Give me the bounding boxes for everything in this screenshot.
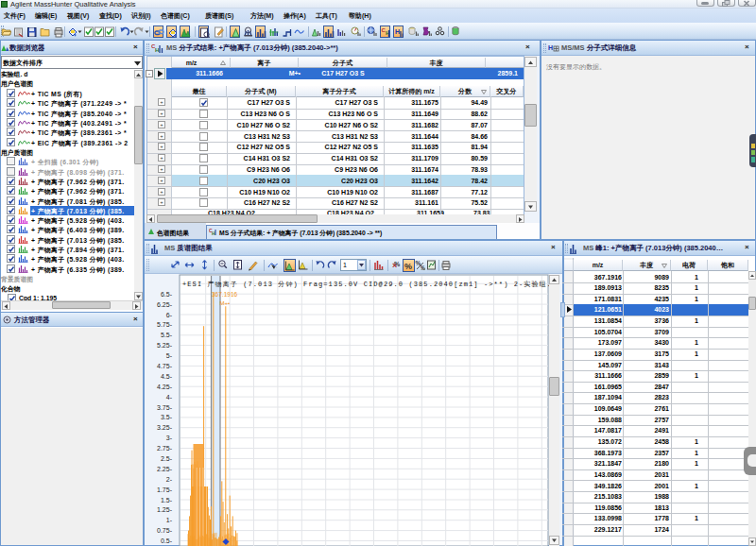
svg-text:‰: ‰: [421, 264, 425, 271]
svg-text:367.1916: 367.1916: [212, 291, 237, 298]
svg-text:H: H: [155, 47, 159, 53]
svg-text:%: %: [404, 262, 412, 271]
svg-text:M+•: M+•: [220, 300, 231, 306]
svg-text:H: H: [548, 44, 553, 51]
svg-text:H: H: [395, 28, 400, 35]
svg-text:H: H: [212, 230, 215, 236]
svg-text:%: %: [394, 261, 401, 267]
